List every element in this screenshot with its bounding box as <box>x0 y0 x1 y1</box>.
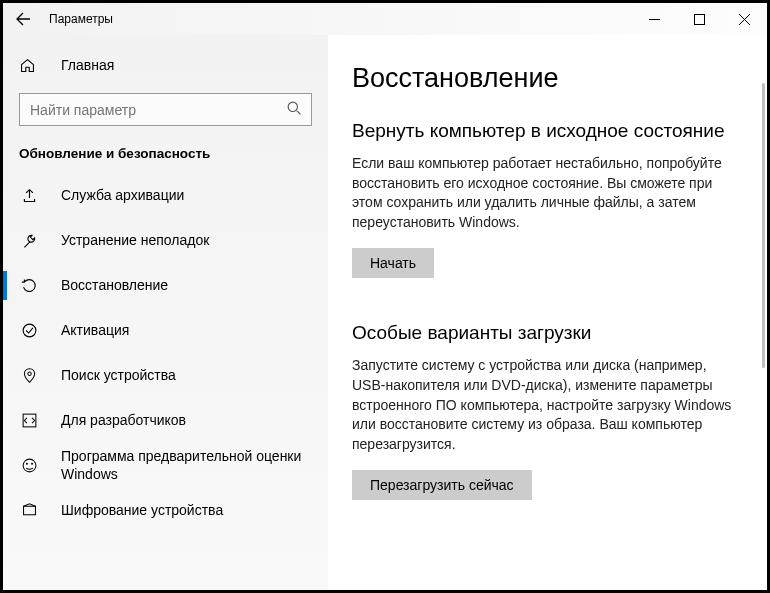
sidebar: Главная Обновление и безопасность Служба… <box>3 35 328 590</box>
minimize-icon <box>649 14 660 25</box>
sidebar-item-recovery[interactable]: Восстановление <box>3 263 328 308</box>
back-arrow-icon <box>15 11 31 27</box>
sidebar-home[interactable]: Главная <box>3 45 328 85</box>
sidebar-item-label: Поиск устройства <box>61 367 176 385</box>
svg-rect-0 <box>695 14 705 24</box>
sidebar-item-developers[interactable]: Для разработчиков <box>3 398 328 443</box>
sidebar-item-label: Устранение неполадок <box>61 232 209 250</box>
sidebar-item-label: Активация <box>61 322 129 340</box>
section-text: Если ваш компьютер работает нестабильно,… <box>352 154 739 232</box>
sidebar-item-troubleshoot[interactable]: Устранение неполадок <box>3 218 328 263</box>
svg-rect-8 <box>23 506 35 515</box>
section-text: Запустите систему с устройства или диска… <box>352 356 739 454</box>
window-title: Параметры <box>49 12 113 26</box>
svg-point-1 <box>288 102 297 111</box>
close-icon <box>739 14 750 25</box>
scrollbar-thumb[interactable] <box>762 83 765 368</box>
search-input[interactable] <box>19 93 312 126</box>
sidebar-item-findmydevice[interactable]: Поиск устройства <box>3 353 328 398</box>
back-button[interactable] <box>3 3 43 35</box>
start-reset-button[interactable]: Начать <box>352 248 434 278</box>
section-advanced-startup: Особые варианты загрузки Запустите систе… <box>352 322 739 500</box>
svg-point-6 <box>25 463 27 465</box>
section-reset-pc: Вернуть компьютер в исходное состояние Е… <box>352 120 739 278</box>
backup-icon <box>19 187 39 204</box>
find-device-icon <box>19 367 39 384</box>
content-area: Восстановление Вернуть компьютер в исход… <box>328 35 767 590</box>
sidebar-item-label: Программа предварительной оценки Windows <box>61 448 312 483</box>
sidebar-item-backup[interactable]: Служба архивации <box>3 173 328 218</box>
sidebar-section-header: Обновление и безопасность <box>3 140 328 173</box>
restart-now-button[interactable]: Перезагрузить сейчас <box>352 470 532 500</box>
sidebar-item-label: Для разработчиков <box>61 412 186 430</box>
page-title: Восстановление <box>352 63 739 94</box>
encryption-icon <box>19 502 39 519</box>
sidebar-item-activation[interactable]: Активация <box>3 308 328 353</box>
svg-point-2 <box>23 324 36 337</box>
activation-icon <box>19 322 39 339</box>
sidebar-item-label: Шифрование устройства <box>61 502 223 520</box>
close-button[interactable] <box>722 3 767 35</box>
sidebar-nav: Служба архивации Устранение неполадок Во… <box>3 173 328 533</box>
sidebar-item-insider[interactable]: Программа предварительной оценки Windows <box>3 443 328 488</box>
sidebar-home-label: Главная <box>61 57 114 73</box>
sidebar-item-encryption[interactable]: Шифрование устройства <box>3 488 328 533</box>
svg-point-5 <box>23 459 36 472</box>
developers-icon <box>19 412 39 429</box>
maximize-button[interactable] <box>677 3 722 35</box>
search-icon <box>286 100 303 117</box>
troubleshoot-icon <box>19 232 39 249</box>
insider-icon <box>19 457 39 474</box>
sidebar-item-label: Восстановление <box>61 277 168 295</box>
home-icon <box>19 57 39 74</box>
titlebar: Параметры <box>3 3 767 35</box>
section-title: Особые варианты загрузки <box>352 322 739 344</box>
maximize-icon <box>694 14 705 25</box>
minimize-button[interactable] <box>632 3 677 35</box>
svg-point-3 <box>27 372 30 375</box>
svg-point-7 <box>31 463 33 465</box>
sidebar-item-label: Служба архивации <box>61 187 184 205</box>
recovery-icon <box>19 277 39 294</box>
section-title: Вернуть компьютер в исходное состояние <box>352 120 739 142</box>
